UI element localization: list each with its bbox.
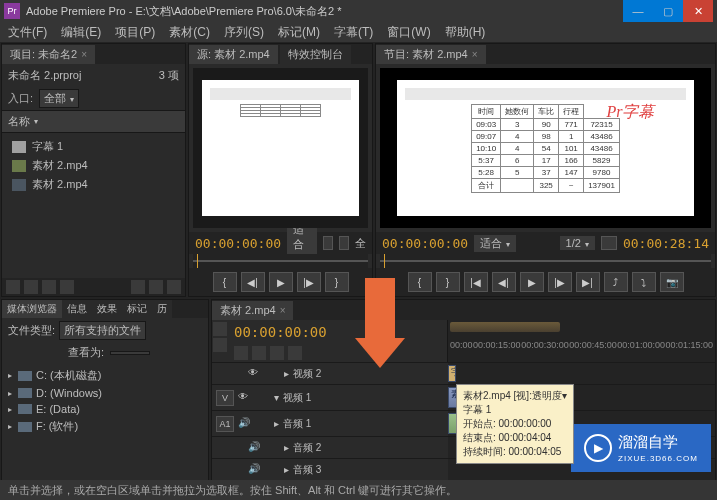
column-name-header[interactable]: 名称: [2, 110, 185, 133]
program-timecode-left[interactable]: 00:00:00:00: [382, 236, 468, 251]
track-header-a1[interactable]: A1 🔊 ▸音频 1: [212, 410, 448, 436]
clip-title[interactable]: 字: [448, 365, 456, 382]
menu-title[interactable]: 字幕(T): [330, 23, 377, 42]
menu-project[interactable]: 项目(P): [111, 23, 159, 42]
tab-timeline-sequence[interactable]: 素材 2.mp4×: [212, 301, 293, 320]
mark-out-button[interactable]: }: [325, 272, 349, 292]
source-timecode[interactable]: 00:00:00:00: [195, 236, 281, 251]
program-scrubber[interactable]: [380, 254, 711, 268]
mark-in-button[interactable]: {: [213, 272, 237, 292]
step-back-button[interactable]: ◀|: [492, 272, 516, 292]
close-icon[interactable]: ×: [472, 49, 478, 60]
track-select-tool[interactable]: [213, 338, 227, 352]
menu-file[interactable]: 文件(F): [4, 23, 51, 42]
maximize-button[interactable]: ▢: [653, 0, 683, 22]
playhead-icon[interactable]: [195, 254, 203, 268]
close-icon[interactable]: ×: [280, 305, 286, 316]
menu-marker[interactable]: 标记(M): [274, 23, 324, 42]
selection-tool[interactable]: [213, 322, 227, 336]
list-view-button[interactable]: [6, 280, 20, 294]
icon-view-button[interactable]: [24, 280, 38, 294]
lane-v2[interactable]: 字: [448, 362, 715, 384]
auto-sequence-button[interactable]: [42, 280, 56, 294]
program-fit-dropdown[interactable]: 适合: [474, 235, 516, 252]
menu-edit[interactable]: 编辑(E): [57, 23, 105, 42]
close-icon[interactable]: ×: [81, 49, 87, 60]
tab-info[interactable]: 信息: [62, 300, 92, 318]
tab-history[interactable]: 历: [152, 300, 172, 318]
tab-effect-controls[interactable]: 特效控制台: [280, 45, 351, 64]
timeline-ruler[interactable]: 00:00 00:00:15:00 00:00:30:00 00:00:45:0…: [448, 320, 715, 362]
new-bin-button[interactable]: [131, 280, 145, 294]
tab-program[interactable]: 节目: 素材 2.mp4×: [376, 45, 486, 64]
play-button[interactable]: ▶: [269, 272, 293, 292]
new-item-button[interactable]: [149, 280, 163, 294]
linked-selection-toggle[interactable]: [252, 346, 266, 360]
program-monitor-viewport[interactable]: Pr字幕 时间她数何车比行程 09:03390 77172315 09:0749…: [380, 68, 711, 228]
mute-icon[interactable]: 🔊: [238, 417, 252, 431]
snap-toggle[interactable]: [234, 346, 248, 360]
lock-icon[interactable]: [266, 367, 280, 381]
lock-icon[interactable]: [256, 391, 270, 405]
work-area-bar[interactable]: [450, 322, 560, 332]
mark-out-button[interactable]: }: [436, 272, 460, 292]
tab-effects[interactable]: 效果: [92, 300, 122, 318]
source-patch-v[interactable]: V: [216, 390, 234, 406]
mute-icon[interactable]: 🔊: [248, 441, 262, 455]
minimize-button[interactable]: —: [623, 0, 653, 22]
source-scrubber[interactable]: [193, 254, 368, 268]
track-header-a3[interactable]: 🔊 ▸音频 3: [212, 458, 448, 480]
go-to-out-button[interactable]: ▶|: [576, 272, 600, 292]
mark-in-button[interactable]: {: [408, 272, 432, 292]
program-settings-icon[interactable]: [601, 236, 617, 250]
close-button[interactable]: ✕: [683, 0, 713, 22]
source-patch-a1[interactable]: A1: [216, 416, 234, 432]
drive-f[interactable]: F: (软件): [8, 417, 202, 436]
filetype-dropdown[interactable]: 所有支持的文件: [59, 321, 146, 340]
export-frame-button[interactable]: 📷: [660, 272, 684, 292]
tab-source[interactable]: 源: 素材 2.mp4: [189, 45, 278, 64]
view-dropdown[interactable]: [110, 351, 150, 355]
tab-markers[interactable]: 标记: [122, 300, 152, 318]
trash-button[interactable]: [167, 280, 181, 294]
step-fwd-button[interactable]: |▶: [548, 272, 572, 292]
track-output-icon[interactable]: [315, 417, 329, 431]
playhead-icon[interactable]: [382, 254, 390, 268]
source-settings-icon[interactable]: [323, 236, 333, 250]
lock-icon[interactable]: [256, 417, 270, 431]
track-output-icon[interactable]: [315, 391, 329, 405]
step-back-button[interactable]: ◀|: [241, 272, 265, 292]
input-dropdown[interactable]: 全部: [39, 89, 79, 108]
source-monitor-viewport[interactable]: [193, 68, 368, 228]
extract-button[interactable]: ⤵: [632, 272, 656, 292]
menu-window[interactable]: 窗口(W): [383, 23, 434, 42]
lock-icon[interactable]: [266, 463, 280, 477]
step-fwd-button[interactable]: |▶: [297, 272, 321, 292]
menu-help[interactable]: 帮助(H): [441, 23, 490, 42]
drive-e[interactable]: E: (Data): [8, 401, 202, 417]
lock-icon[interactable]: [266, 441, 280, 455]
program-resolution-dropdown[interactable]: 1/2: [560, 236, 595, 250]
project-item-title[interactable]: 字幕 1: [8, 137, 179, 156]
settings-icon[interactable]: [288, 346, 302, 360]
find-button[interactable]: [60, 280, 74, 294]
eye-icon[interactable]: 👁: [248, 367, 262, 381]
tab-project[interactable]: 项目: 未命名2×: [2, 45, 95, 64]
track-header-v1[interactable]: V 👁 ▾视频 1: [212, 384, 448, 410]
timeline-timecode[interactable]: 00:00:00:00: [234, 324, 441, 340]
drive-d[interactable]: D: (Windows): [8, 385, 202, 401]
marker-button[interactable]: [270, 346, 284, 360]
eye-icon[interactable]: 👁: [238, 391, 252, 405]
source-output-icon[interactable]: [339, 236, 349, 250]
drive-c[interactable]: C: (本机磁盘): [8, 366, 202, 385]
lift-button[interactable]: ⤴: [604, 272, 628, 292]
mute-icon[interactable]: 🔊: [248, 463, 262, 477]
track-header-v2[interactable]: 👁 ▸视频 2: [212, 362, 448, 384]
project-item-sequence[interactable]: 素材 2.mp4: [8, 156, 179, 175]
track-header-a2[interactable]: 🔊 ▸音频 2: [212, 436, 448, 458]
tab-media-browser[interactable]: 媒体浏览器: [2, 300, 62, 318]
project-item-clip[interactable]: 素材 2.mp4: [8, 175, 179, 194]
go-to-in-button[interactable]: |◀: [464, 272, 488, 292]
track-output-icon[interactable]: [325, 367, 339, 381]
menu-sequence[interactable]: 序列(S): [220, 23, 268, 42]
